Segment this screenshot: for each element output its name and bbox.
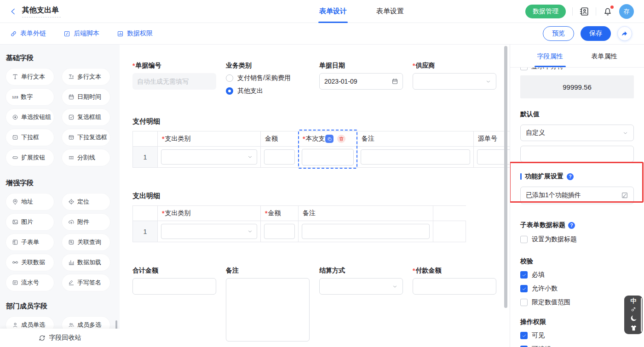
field-item-select[interactable]: 下拉框 [6, 129, 54, 146]
field-supplier[interactable]: *供应商 [413, 61, 496, 95]
edit-pencil-icon[interactable] [621, 192, 628, 199]
field-item-image[interactable]: 图片 [6, 214, 54, 230]
editable-option[interactable]: 可编辑 [520, 345, 634, 347]
field-item-divider[interactable]: 分割线 [62, 149, 110, 166]
total-amount-input[interactable] [132, 278, 216, 295]
allow-decimal-checkbox[interactable] [520, 285, 528, 292]
page-title[interactable]: 其他支出单 [22, 6, 61, 15]
field-item-serial-number[interactable]: 流水号 [6, 274, 54, 291]
field-doc-date[interactable]: 单据日期 [319, 61, 403, 95]
field-item-location[interactable]: 定位 [62, 193, 110, 210]
payment-col-category-header[interactable]: *支出类别 [158, 131, 261, 147]
expense-category-select[interactable] [161, 224, 257, 239]
field-item-data-load[interactable]: 数据加载 [62, 254, 110, 271]
visible-checkbox[interactable] [520, 332, 528, 339]
field-total-amount[interactable]: 合计金额 [132, 266, 216, 343]
field-note[interactable]: 备注 [226, 266, 310, 343]
dark-mode-moon-icon[interactable] [630, 314, 638, 322]
expense-col-category-header[interactable]: *支出类别 [158, 206, 261, 221]
field-item-attachment[interactable]: 附件 [62, 214, 110, 230]
pay-amount-label: 付款金额 [415, 267, 441, 275]
tab-form-settings[interactable]: 表单设置 [376, 0, 404, 23]
payment-col-amount-header[interactable]: 金额 [261, 131, 299, 147]
expense-note-input[interactable] [302, 224, 430, 239]
doc-number-input[interactable] [132, 73, 216, 90]
field-recycle-bin[interactable]: 字段回收站 [0, 329, 120, 347]
required-option[interactable]: 必填 [520, 271, 634, 279]
set-data-title-checkbox[interactable] [520, 236, 528, 243]
payment-category-select[interactable] [161, 149, 257, 165]
required-checkbox[interactable] [520, 271, 528, 279]
external-link-button[interactable]: 表单外链 [10, 29, 46, 38]
settle-method-select[interactable] [319, 278, 403, 295]
payment-current-input[interactable] [302, 149, 354, 165]
field-item-lookup[interactable]: 关联查询 [62, 234, 110, 250]
field-item-single-line-text[interactable]: 单行文本 [6, 68, 54, 85]
expense-col-note-header[interactable]: 备注 [299, 206, 433, 221]
payment-col-current-header[interactable]: *本次支 [299, 131, 357, 147]
field-pay-amount[interactable]: *付款金额 [413, 266, 496, 343]
default-value-input[interactable] [520, 146, 634, 162]
page-scrollbar[interactable] [641, 298, 642, 332]
note-textarea[interactable] [226, 278, 310, 341]
thousand-separator-checkbox[interactable] [520, 68, 528, 70]
doc-date-input[interactable] [319, 73, 403, 90]
theme-shirt-icon[interactable] [630, 324, 638, 332]
contact-book-icon[interactable] [579, 6, 589, 17]
field-settle-method[interactable]: 结算方式 [319, 266, 403, 343]
visible-option[interactable]: 可见 [520, 331, 634, 340]
field-biz-type[interactable]: 业务类别 支付销售/采购费用 其他支出 [226, 61, 310, 95]
preview-button[interactable]: 预览 [543, 26, 574, 41]
default-value-select[interactable]: 自定义 [520, 125, 634, 141]
copy-field-button[interactable] [325, 135, 334, 143]
set-data-title-option[interactable]: 设置为数据标题 [520, 235, 634, 244]
payment-amount-input[interactable] [264, 149, 295, 165]
delete-field-button[interactable] [337, 135, 345, 143]
pay-amount-input[interactable] [413, 278, 496, 295]
biz-type-option-2[interactable]: 其他支出 [226, 87, 310, 95]
canvas-scrollbar[interactable] [504, 46, 507, 308]
field-item-checkbox-group[interactable]: 复选框组 [62, 109, 110, 125]
orbit-toggle-icon[interactable] [630, 306, 637, 313]
limit-range-checkbox[interactable] [520, 299, 528, 306]
help-question-icon[interactable]: ? [568, 222, 575, 229]
share-button[interactable] [617, 26, 632, 41]
back-icon[interactable] [9, 7, 17, 16]
field-item-datetime[interactable]: 日期时间 [62, 89, 110, 105]
doc-number-label: 单据编号 [135, 62, 161, 70]
field-item-linked-data[interactable]: 关联数据 [6, 254, 54, 271]
data-permission-button[interactable]: 数据权限 [117, 29, 153, 38]
chevron-down-icon [392, 284, 398, 290]
field-item-multi-select[interactable]: 下拉复选框 [62, 129, 110, 146]
notification-bell-icon[interactable] [603, 6, 613, 17]
data-manage-button[interactable]: 数据管理 [525, 5, 566, 18]
limit-range-option[interactable]: 限定数值范围 [520, 298, 634, 307]
language-toggle[interactable]: 中 [631, 298, 637, 304]
calendar-icon[interactable] [391, 78, 398, 85]
radio-selected-icon[interactable] [226, 87, 233, 95]
backend-script-button[interactable]: 后端脚本 [63, 29, 99, 38]
field-item-signature[interactable]: 手写签名 [62, 274, 110, 291]
field-doc-number[interactable]: *单据编号 [132, 61, 216, 95]
payment-col-note-header[interactable]: 备注 [357, 131, 474, 147]
field-item-multi-line-text[interactable]: 多行文本 [62, 68, 110, 85]
supplier-select[interactable] [413, 73, 496, 90]
expense-amount-input[interactable] [264, 224, 295, 239]
tab-form-design[interactable]: 表单设计 [319, 0, 347, 23]
field-item-number[interactable]: 123数字 [6, 89, 54, 105]
tab-form-properties[interactable]: 表单属性 [592, 52, 617, 67]
radio-unselected-icon[interactable] [226, 74, 233, 82]
payment-note-input[interactable] [361, 149, 470, 165]
allow-decimal-option[interactable]: 允许小数 [520, 284, 634, 293]
field-item-address[interactable]: 地址 [6, 193, 54, 210]
field-item-radio-group[interactable]: 单选按钮组 [6, 109, 54, 125]
expense-col-amount-header[interactable]: *金额 [261, 206, 299, 221]
user-avatar[interactable]: 存 [619, 4, 634, 19]
biz-type-option-1[interactable]: 支付销售/采购费用 [226, 74, 310, 82]
field-item-extend-button[interactable]: 扩展按钮 [6, 149, 54, 166]
save-button[interactable]: 保存 [581, 26, 611, 41]
field-item-subform[interactable]: 子表单 [6, 234, 54, 250]
tab-field-properties[interactable]: 字段属性 [537, 52, 563, 67]
plugin-summary-box[interactable]: 已添加1个功能插件 [520, 187, 634, 204]
help-question-icon[interactable]: ? [567, 173, 574, 180]
